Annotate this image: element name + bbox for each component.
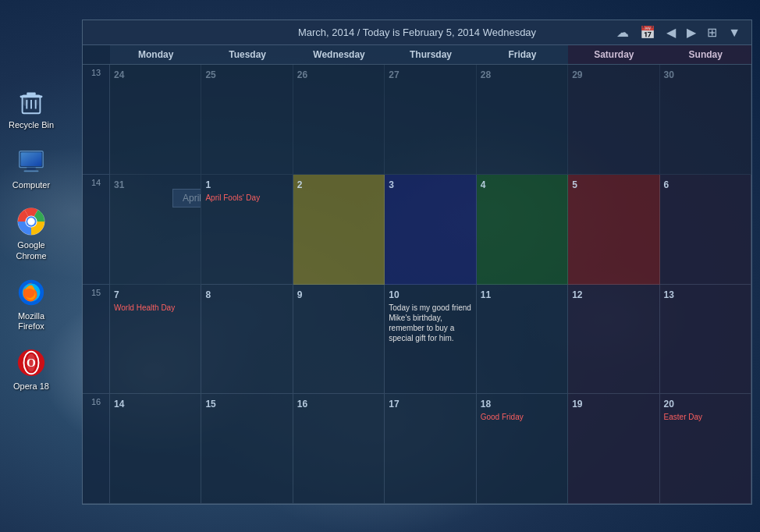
chrome-label: Google Chrome [8,240,55,261]
expand-button[interactable]: ⊞ [704,23,720,41]
svg-text:O: O [27,356,36,369]
cloud-button[interactable]: ☁ [613,23,632,41]
day-header-wednesday: Wednesday [293,45,385,64]
april-popup: April [172,189,201,207]
cell-apr-13[interactable]: 13 [660,285,751,395]
cell-apr-17[interactable]: 17 [385,394,476,504]
svg-point-17 [27,218,35,226]
computer-icon[interactable]: Computer [8,146,55,190]
svg-rect-2 [20,95,43,98]
day-header-sunday: Sunday [660,45,751,64]
cell-apr-15[interactable]: 15 [201,394,293,504]
next-button[interactable]: ▶ [684,23,699,41]
cell-28[interactable]: 28 [477,65,568,175]
desktop-icons-panel: Recycle Bin Computer [0,78,62,399]
cell-apr-18[interactable]: 18 Good Friday [477,394,568,504]
svg-rect-11 [27,168,35,171]
recycle-bin-icon[interactable]: Recycle Bin [8,86,55,130]
cell-apr-2[interactable]: 2 [293,175,385,285]
computer-label: Computer [12,180,50,190]
cell-apr-14[interactable]: 14 [110,394,201,504]
firefox-label: Mozilla Firefox [8,311,55,332]
cell-apr-19[interactable]: 19 [568,394,659,504]
cell-apr-8[interactable]: 8 [201,285,293,395]
cell-apr-11[interactable]: 11 [477,285,568,395]
day-header-thursday: Thursday [385,45,476,64]
week-16: 16 [83,394,110,504]
svg-rect-12 [24,171,39,172]
cell-apr-5[interactable]: 5 [568,175,659,285]
cell-29[interactable]: 29 [568,65,659,175]
cell-27[interactable]: 27 [385,65,476,175]
cell-apr-4[interactable]: 4 [477,175,568,285]
cell-apr-10[interactable]: 10 Today is my good friend Mike's birthd… [385,285,476,395]
calendar-widget: March, 2014 / Today is February 5, 2014 … [82,20,752,505]
cell-apr-16[interactable]: 16 [293,394,385,504]
mozilla-firefox-icon[interactable]: Mozilla Firefox [8,277,55,332]
event-april-fools: April Fools' Day [205,193,288,203]
menu-button[interactable]: ▼ [725,24,744,41]
calendar-days-header: Monday Tuesday Wednesday Thursday Friday… [83,45,751,65]
opera-icon[interactable]: O Opera 18 [8,347,55,392]
chrome-image [16,206,47,237]
event-good-friday: Good Friday [481,412,563,422]
google-chrome-icon[interactable]: Google Chrome [8,206,55,261]
svg-rect-1 [27,93,35,96]
computer-image [16,146,47,177]
cell-apr-1[interactable]: 1 April Fools' Day [201,175,293,285]
event-easter: Easter Day [664,412,747,422]
week-14: 14 [83,175,110,285]
svg-point-6 [23,97,29,105]
cell-apr-20[interactable]: 20 Easter Day [660,394,751,504]
calendar-grid: 13 24 25 26 27 28 29 30 14 31 April 1 Ap… [83,65,751,504]
week-15: 15 [83,285,110,395]
cell-25[interactable]: 25 [201,65,293,175]
opera-label: Opera 18 [13,381,49,392]
event-world-health: World Health Day [114,303,197,313]
cell-apr-6[interactable]: 6 [660,175,751,285]
day-header-friday: Friday [477,45,568,64]
day-header-monday: Monday [110,45,201,64]
header-controls: ☁ 📅 ◀ ▶ ⊞ ▼ [613,23,744,41]
cell-apr-12[interactable]: 12 [568,285,659,395]
cell-apr-7[interactable]: 7 World Health Day [110,285,201,395]
cell-24[interactable]: 24 [110,65,201,175]
cell-apr-3[interactable]: 3 [385,175,476,285]
cell-apr-9[interactable]: 9 [293,285,385,395]
week-num-header-spacer [83,45,110,64]
week-13: 13 [83,65,110,175]
event-birthday: Today is my good friend Mike's birthday,… [389,303,471,343]
calendar-view-button[interactable]: 📅 [637,23,659,41]
recycle-bin-image [16,86,47,117]
svg-point-7 [34,98,39,106]
day-header-saturday: Saturday [568,45,659,64]
cell-31[interactable]: 31 April [110,175,201,285]
cell-30[interactable]: 30 [660,65,751,175]
prev-button[interactable]: ◀ [663,23,679,41]
day-header-tuesday: Tuesday [201,45,293,64]
opera-image: O [16,347,47,378]
recycle-bin-label: Recycle Bin [9,120,54,130]
firefox-image [16,277,47,308]
calendar-header: March, 2014 / Today is February 5, 2014 … [83,20,751,45]
cell-26[interactable]: 26 [293,65,385,175]
svg-rect-10 [21,153,42,166]
